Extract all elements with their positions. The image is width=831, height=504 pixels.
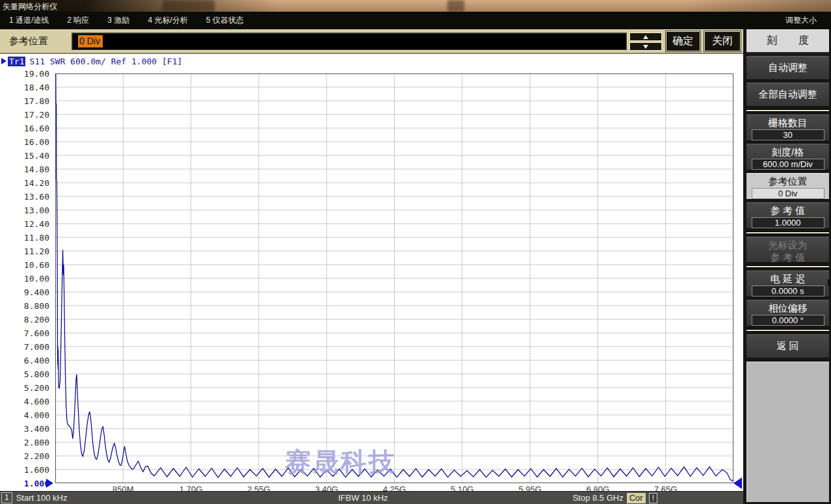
- y-tick: 11.20: [0, 247, 49, 256]
- y-tick: 11.80: [0, 233, 49, 242]
- y-tick: 7.600: [0, 329, 49, 338]
- close-button[interactable]: 关闭: [704, 31, 741, 51]
- trace-header[interactable]: Tr1 S11 SWR 600.0m/ Ref 1.000 [F1]: [1, 56, 182, 66]
- sidebar-separator: [746, 329, 829, 332]
- ok-button[interactable]: 确定: [666, 31, 700, 51]
- correction-badge: Cor: [627, 493, 646, 503]
- y-tick: 16.00: [0, 138, 49, 146]
- sidebar-separator: [746, 265, 829, 268]
- y-tick: 17.80: [0, 97, 49, 105]
- channel-badge: 1: [1, 492, 12, 503]
- titlebar-artifact: [447, 0, 464, 12]
- softkey-value: 1.0000: [752, 217, 824, 228]
- y-tick: 10.60: [0, 261, 49, 269]
- y-tick: 14.20: [0, 179, 49, 187]
- y-tick: 17.20: [0, 111, 49, 119]
- reference-position-input[interactable]: 0 Div: [72, 33, 627, 50]
- input-selected-value: 0 Div: [78, 35, 103, 47]
- y-tick: 13.60: [0, 192, 49, 201]
- menu-item-1[interactable]: 1 通道/迹线: [0, 12, 58, 29]
- y-tick: 12.40: [0, 220, 49, 228]
- y-tick: 19.00: [0, 70, 49, 78]
- y-tick: 5.800: [0, 370, 49, 378]
- softkey-sidebar: 刻 度 自动调整全部自动调整栅格数目30刻度/格600.00 m/Div参考位置…: [743, 29, 831, 504]
- softkey-全部自动调整[interactable]: 全部自动调整: [746, 83, 829, 107]
- softkey-相位偏移[interactable]: 相位偏移0.0000 °: [746, 300, 829, 326]
- softkey-光标设为: 光标设为参 考 值: [746, 237, 829, 263]
- reference-marker-right-icon: [733, 477, 742, 489]
- step-down-button[interactable]: [629, 42, 662, 51]
- y-tick: 8.200: [0, 315, 49, 324]
- softkey-value: 0.0000 °: [752, 315, 824, 326]
- y-tick: 16.60: [0, 124, 49, 133]
- plot-area[interactable]: [55, 73, 733, 483]
- softkey-参考位置[interactable]: 参考位置0 Div: [746, 173, 829, 200]
- down-arrow-icon: [643, 45, 648, 49]
- title-bar[interactable]: 矢量网络分析仪: [0, 0, 831, 12]
- menu-item-5[interactable]: 5 仪器状态: [197, 12, 253, 29]
- entry-label: 参考位置: [9, 35, 48, 47]
- y-tick: 8.800: [0, 302, 49, 310]
- softkey-value: 600.00 m/Div: [752, 159, 824, 170]
- titlebar-shade: [0, 0, 831, 12]
- stop-group: Stop 8.5 GHz Cor !: [573, 493, 657, 503]
- softkey-返回[interactable]: 返 回: [746, 334, 829, 358]
- step-up-button[interactable]: [629, 33, 662, 41]
- softkey-刻度/格[interactable]: 刻度/格600.00 m/Div: [746, 144, 829, 170]
- sidebar-items: 自动调整全部自动调整栅格数目30刻度/格600.00 m/Div参考位置0 Di…: [746, 56, 829, 358]
- softkey-value: 0.0000 s: [752, 285, 824, 297]
- y-tick: 2.200: [0, 452, 49, 460]
- y-tick: 7.000: [0, 343, 49, 351]
- sidebar-title: 刻 度: [746, 29, 829, 53]
- softkey-label: 参考位置: [746, 175, 829, 187]
- trace-name-chip: Tr1: [8, 57, 25, 66]
- warning-badge: !: [649, 493, 657, 503]
- y-tick: 18.40: [0, 83, 49, 92]
- y-tick: 3.400: [0, 425, 49, 433]
- y-tick: 5.200: [0, 384, 49, 392]
- y-tick: 4.000: [0, 411, 49, 419]
- y-tick: 1.600: [0, 466, 49, 474]
- menu-item-resize[interactable]: 调整大小: [776, 12, 826, 29]
- menu-item-2[interactable]: 2 响应: [58, 12, 98, 29]
- stop-frequency-text: Stop 8.5 GHz: [573, 493, 624, 503]
- softkey-label: 参 考 值: [746, 204, 829, 217]
- menu-item-3[interactable]: 3 激励: [98, 12, 138, 29]
- trace-settings-text: S11 SWR 600.0m/ Ref 1.000 [F1]: [29, 57, 182, 66]
- softkey-栅格数目[interactable]: 栅格数目30: [746, 114, 829, 141]
- y-tick: 6.400: [0, 356, 49, 365]
- softkey-参考值[interactable]: 参 考 值1.0000: [746, 202, 829, 229]
- softkey-电延迟[interactable]: 电 延 迟0.0000 s: [746, 271, 829, 297]
- y-tick: 9.400: [0, 288, 49, 297]
- y-tick: 10.00: [0, 274, 49, 283]
- menu-bar: 1 通道/迹线2 响应3 激励4 光标/分析5 仪器状态 调整大小: [0, 12, 831, 29]
- softkey-value: 0 Div: [752, 188, 824, 199]
- sidebar-separator: [746, 232, 829, 234]
- softkey-label: 刻度/格: [746, 146, 829, 158]
- vendor-watermark: 赛晟科技: [285, 444, 397, 480]
- status-bar: 1 Start 100 kHz IFBW 10 kHz Stop 8.5 GHz…: [0, 491, 745, 504]
- chart-window: Tr1 S11 SWR 600.0m/ Ref 1.000 [F1] 19.00…: [0, 53, 743, 491]
- vna-application: 矢量网络分析仪 1 通道/迹线2 响应3 激励4 光标/分析5 仪器状态 调整大…: [0, 0, 831, 504]
- y-tick: 2.800: [0, 438, 49, 447]
- softkey-label: 栅格数目: [746, 116, 829, 129]
- menu-item-4[interactable]: 4 光标/分析: [138, 12, 196, 29]
- sidebar-empty-panel: [746, 362, 829, 502]
- submenu-arrow-icon: [828, 279, 831, 287]
- up-arrow-icon: [643, 35, 648, 39]
- reference-marker-left-icon: [46, 479, 53, 488]
- softkey-label: 相位偏移: [746, 302, 829, 314]
- sidebar-separator: [746, 109, 829, 112]
- softkey-value: 30: [752, 129, 824, 140]
- softkey-自动调整[interactable]: 自动调整: [746, 56, 829, 80]
- y-tick-reference: 1.000: [0, 479, 49, 488]
- y-tick: 4.600: [0, 397, 49, 406]
- entry-toolbar: 参考位置 0 Div 确定 关闭: [0, 29, 743, 53]
- softkey-label: 电 延 迟: [746, 272, 829, 285]
- titlebar-artifact: [163, 0, 215, 12]
- y-tick: 14.80: [0, 165, 49, 174]
- start-frequency-text: Start 100 kHz: [16, 493, 68, 503]
- active-trace-arrow-icon: [1, 58, 7, 64]
- y-tick: 13.00: [0, 206, 49, 215]
- y-tick: 15.40: [0, 152, 49, 160]
